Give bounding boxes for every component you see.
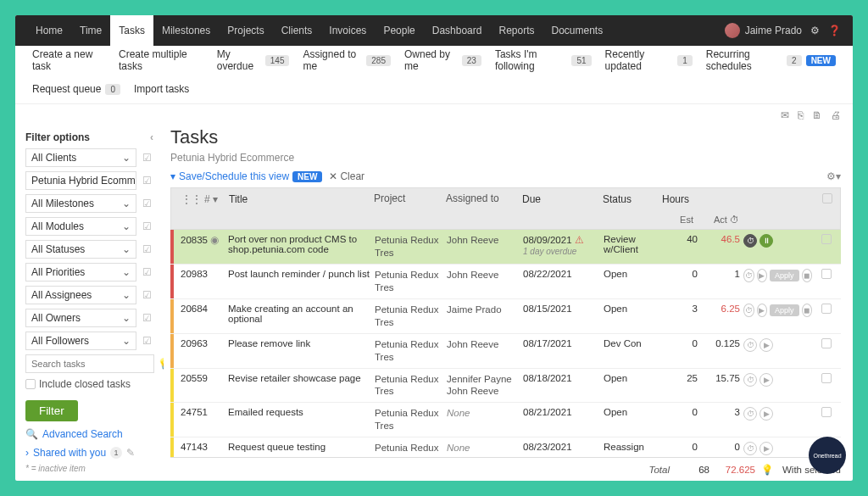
task-title[interactable]: Make creating an account an optional xyxy=(225,304,375,324)
table-row[interactable]: 24751Emailed requestsPetunia Redux TresN… xyxy=(170,403,841,437)
filter-select-1[interactable]: Petunia Hybrid Ecommerce⌄ xyxy=(25,171,136,190)
play-icon[interactable]: ▶ xyxy=(760,338,773,352)
user-menu[interactable]: Jaime Prado xyxy=(725,23,802,38)
play-icon[interactable]: ▶ xyxy=(760,373,773,387)
bulb-icon[interactable]: 💡 xyxy=(759,464,776,476)
col-act[interactable]: Act ⏱ xyxy=(700,215,743,225)
clear-filters[interactable]: ✕Clear xyxy=(329,170,364,182)
clock-icon[interactable]: ⏱ xyxy=(743,373,757,387)
filter-select-6[interactable]: All Assignees⌄ xyxy=(25,286,136,304)
play-icon[interactable]: ▶ xyxy=(760,442,773,455)
play-icon[interactable]: ▶ xyxy=(757,269,768,282)
nav-projects[interactable]: Projects xyxy=(219,15,272,46)
save-view[interactable]: ▾Save/Schedule this viewNEW xyxy=(170,170,322,182)
task-title[interactable]: Revise retailer showcase page xyxy=(225,373,375,383)
col-due[interactable]: Due xyxy=(522,193,603,205)
play-icon[interactable]: ▶ xyxy=(760,407,773,421)
roadmap-link[interactable]: Roadmap xyxy=(25,480,153,481)
bulb-icon[interactable]: 💡 xyxy=(158,358,164,370)
row-checkbox[interactable] xyxy=(821,234,832,244)
export-icon[interactable]: ⎘ xyxy=(798,109,804,121)
table-row[interactable]: 20684Make creating an account an optiona… xyxy=(170,299,841,334)
check-icon[interactable]: ☑ xyxy=(140,151,153,164)
check-icon[interactable]: ☑ xyxy=(140,334,153,348)
clock-icon[interactable]: ⏱ xyxy=(743,304,754,317)
help-icon[interactable]: ❓ xyxy=(828,25,841,36)
print-icon[interactable]: 🖨 xyxy=(831,109,841,121)
table-row[interactable]: 47143Request queue testingPetunia Redux … xyxy=(170,437,841,457)
search-input[interactable] xyxy=(25,354,154,373)
col-handle[interactable]: ⋮⋮#▾ xyxy=(175,193,225,205)
task-title[interactable]: Please remove link xyxy=(225,338,375,348)
collapse-icon[interactable]: ‹ xyxy=(150,131,153,143)
col-assigned[interactable]: Assigned to xyxy=(446,192,522,206)
filter-select-8[interactable]: All Followers⌄ xyxy=(25,332,136,350)
pdf-icon[interactable]: 🗎 xyxy=(812,109,822,121)
subnav-create-task[interactable]: Create a new task xyxy=(27,48,110,72)
subnav-assigned-to-me[interactable]: Assigned to me285 xyxy=(298,48,396,72)
select-all-checkbox[interactable] xyxy=(822,193,832,203)
nav-milestones[interactable]: Milestones xyxy=(153,15,219,46)
timer-icon[interactable]: ⏱ xyxy=(743,234,757,248)
nav-clients[interactable]: Clients xyxy=(273,15,321,46)
col-project[interactable]: Project xyxy=(374,192,446,206)
col-title[interactable]: Title xyxy=(225,193,374,205)
stop-icon[interactable]: ◼ xyxy=(802,304,813,317)
pause-icon[interactable]: ⏸ xyxy=(760,234,773,248)
check-icon[interactable]: ☑ xyxy=(140,220,153,233)
filter-select-7[interactable]: All Owners⌄ xyxy=(25,309,136,327)
task-title[interactable]: Emailed requests xyxy=(225,407,375,417)
check-icon[interactable]: ☑ xyxy=(140,288,153,302)
task-title[interactable]: Post launch reminder / punch list xyxy=(225,269,375,279)
stop-icon[interactable]: ◼ xyxy=(802,269,813,282)
nav-people[interactable]: People xyxy=(375,15,423,46)
pencil-icon[interactable]: ✎ xyxy=(126,447,135,459)
filter-select-5[interactable]: All Priorities⌄ xyxy=(25,263,136,281)
shared-with-you[interactable]: ›Shared with you1✎ xyxy=(25,447,153,459)
nav-home[interactable]: Home xyxy=(27,15,71,46)
advanced-search[interactable]: 🔍Advanced Search xyxy=(25,428,153,440)
check-icon[interactable]: ☑ xyxy=(140,265,153,279)
filter-select-2[interactable]: All Milestones⌄ xyxy=(25,194,136,213)
subnav-following[interactable]: Tasks I'm following51 xyxy=(490,48,597,72)
filter-select-3[interactable]: All Modules⌄ xyxy=(25,217,136,236)
nav-dashboard[interactable]: Dashboard xyxy=(424,15,491,46)
nav-tasks[interactable]: Tasks xyxy=(110,15,153,46)
subnav-recently-updated[interactable]: Recently updated1 xyxy=(600,48,698,72)
play-icon[interactable]: ▶ xyxy=(757,304,768,317)
check-icon[interactable]: ☑ xyxy=(140,174,153,187)
table-row[interactable]: 20983Post launch reminder / punch listPe… xyxy=(170,265,841,299)
subnav-my-overdue[interactable]: My overdue145 xyxy=(212,48,295,72)
apply-button[interactable]: Apply xyxy=(770,270,799,281)
table-row[interactable]: 20559Revise retailer showcase pagePetuni… xyxy=(170,369,841,404)
check-icon[interactable]: ☑ xyxy=(140,197,153,210)
task-title[interactable]: Request queue testing xyxy=(225,442,375,452)
nav-reports[interactable]: Reports xyxy=(490,15,542,46)
row-checkbox[interactable] xyxy=(821,338,832,348)
clock-icon[interactable]: ⏱ xyxy=(743,338,757,352)
table-row[interactable]: 20835 ◉Port over non product CMS to shop… xyxy=(170,230,841,265)
subnav-import[interactable]: Import tasks xyxy=(129,83,194,95)
subnav-owned-by-me[interactable]: Owned by me23 xyxy=(399,48,487,72)
gear-icon[interactable]: ⚙ xyxy=(810,25,820,36)
filter-select-0[interactable]: All Clients⌄ xyxy=(25,148,136,167)
filter-select-4[interactable]: All Statuses⌄ xyxy=(25,240,136,259)
row-checkbox[interactable] xyxy=(821,407,832,417)
check-icon[interactable]: ☑ xyxy=(140,311,153,325)
include-closed[interactable]: Include closed tasks xyxy=(25,378,153,390)
clock-icon[interactable]: ⏱ xyxy=(743,269,754,282)
nav-documents[interactable]: Documents xyxy=(543,15,612,46)
nav-time[interactable]: Time xyxy=(71,15,110,46)
subnav-recurring[interactable]: Recurring schedules2NEW xyxy=(701,48,841,72)
apply-button[interactable]: Apply xyxy=(770,304,799,316)
task-title[interactable]: Port over non product CMS to shop.petuni… xyxy=(225,234,375,254)
col-status[interactable]: Status xyxy=(603,193,662,205)
clock-icon[interactable]: ⏱ xyxy=(743,442,757,455)
subnav-create-multiple[interactable]: Create multiple tasks xyxy=(114,48,209,72)
mail-icon[interactable]: ✉ xyxy=(781,109,789,121)
clock-icon[interactable]: ⏱ xyxy=(743,407,757,421)
nav-invoices[interactable]: Invoices xyxy=(320,15,375,46)
col-est[interactable]: Est xyxy=(662,215,700,225)
table-row[interactable]: 20963Please remove linkPetunia Redux Tre… xyxy=(170,334,841,369)
filter-button[interactable]: Filter xyxy=(25,400,78,421)
